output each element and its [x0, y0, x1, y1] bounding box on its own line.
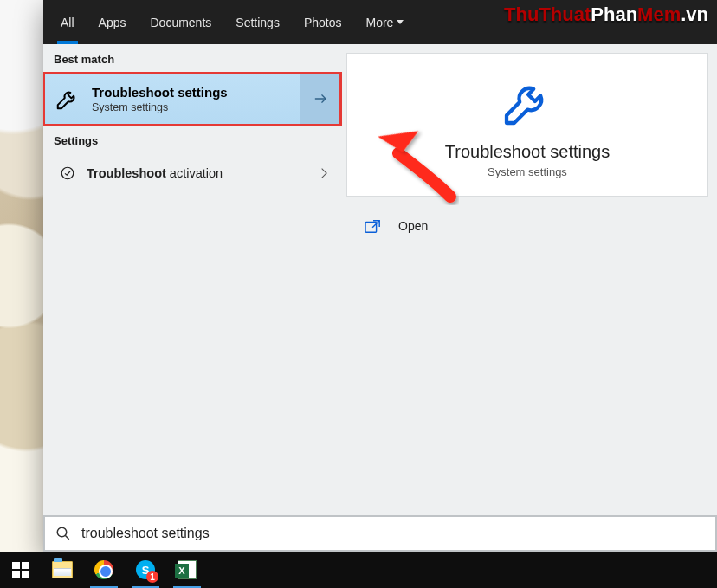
- result-detail-pane: Troubleshoot settings System settings Op…: [341, 44, 717, 515]
- detail-subtitle: System settings: [488, 165, 567, 178]
- results-body: Best match Troubleshoot settings System …: [43, 44, 717, 515]
- chrome-icon: [94, 560, 113, 579]
- search-filter-tabs: All Apps Documents Settings Photos More …: [43, 0, 717, 44]
- start-button[interactable]: [0, 552, 42, 588]
- wrench-icon: [52, 83, 83, 114]
- svg-rect-9: [12, 571, 20, 578]
- svg-rect-7: [12, 562, 20, 569]
- detail-title: Troubleshoot settings: [445, 142, 610, 162]
- tab-photos[interactable]: Photos: [292, 0, 354, 44]
- start-search-panel: All Apps Documents Settings Photos More …: [43, 0, 717, 552]
- svg-rect-10: [22, 571, 29, 578]
- svg-point-5: [57, 527, 67, 537]
- svg-point-1: [61, 167, 74, 179]
- excel-icon: [178, 560, 197, 579]
- best-match-subtitle: System settings: [92, 101, 228, 113]
- detail-actions: Open: [346, 207, 708, 245]
- chevron-right-icon: [317, 168, 326, 178]
- taskbar-skype[interactable]: S 1: [125, 552, 166, 588]
- open-external-icon: [364, 218, 383, 234]
- skype-icon: S 1: [136, 560, 155, 579]
- search-bar[interactable]: [43, 515, 717, 552]
- tab-more-label: More: [365, 16, 393, 29]
- check-circle-icon: [52, 165, 83, 181]
- section-settings: Settings: [43, 126, 341, 154]
- open-button[interactable]: Open: [346, 207, 708, 245]
- notification-badge: 1: [146, 571, 158, 583]
- taskbar: S 1: [0, 552, 717, 588]
- result-label: Troubleshoot activation: [87, 166, 319, 180]
- taskbar-excel[interactable]: [166, 552, 208, 588]
- svg-rect-3: [365, 223, 377, 233]
- desktop-wallpaper: [0, 0, 43, 552]
- result-troubleshoot-activation[interactable]: Troubleshoot activation: [43, 154, 341, 192]
- chevron-down-icon: [397, 20, 404, 24]
- taskbar-chrome[interactable]: [83, 552, 125, 588]
- section-best-match: Best match: [43, 44, 341, 73]
- tab-more[interactable]: More: [353, 0, 416, 44]
- svg-rect-8: [22, 562, 29, 569]
- tab-settings[interactable]: Settings: [223, 0, 292, 44]
- tab-documents[interactable]: Documents: [138, 0, 223, 44]
- best-match-title: Troubleshoot settings: [92, 85, 228, 100]
- windows-icon: [10, 559, 31, 580]
- taskbar-file-explorer[interactable]: [42, 552, 83, 588]
- results-list: Best match Troubleshoot settings System …: [43, 44, 341, 515]
- watermark: ThuThuatPhanMem.vn: [504, 3, 708, 26]
- wrench-icon: [500, 74, 555, 130]
- search-input[interactable]: [81, 526, 710, 541]
- svg-line-6: [65, 535, 69, 540]
- tab-all[interactable]: All: [48, 0, 87, 44]
- open-label: Open: [398, 219, 428, 233]
- expand-result-button[interactable]: [300, 73, 341, 125]
- arrow-right-icon: [313, 90, 330, 107]
- best-match-result[interactable]: Troubleshoot settings System settings: [43, 73, 341, 126]
- detail-card: Troubleshoot settings System settings: [346, 53, 708, 197]
- tab-apps[interactable]: Apps: [87, 0, 139, 44]
- search-icon: [55, 526, 71, 541]
- file-explorer-icon: [52, 561, 73, 578]
